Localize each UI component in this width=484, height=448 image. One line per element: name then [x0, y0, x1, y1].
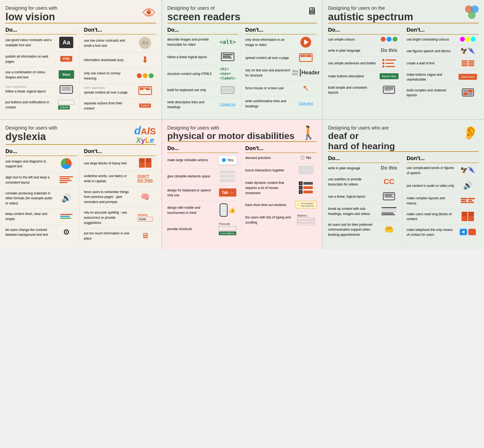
screen-readers-icon: 🖥 [307, 5, 317, 17]
address-form-visual: Address [297, 214, 315, 225]
low-vision-do-header: Do... [5, 27, 77, 35]
item-text: use good colour contrasts and a readable… [5, 38, 52, 47]
item-text: put too much information in one place [84, 231, 129, 240]
list-item: publish all information on web pages HTM… [5, 54, 77, 64]
list-item: underline words, use italics or write in… [84, 173, 156, 183]
list-item: make dynamic content that requires a lot… [245, 180, 317, 195]
autistic-subtitle: Designing for users on the [328, 5, 413, 11]
item-text: use a combination of colour, shapes and … [5, 70, 46, 79]
long-text-visual [462, 212, 474, 221]
dyslexia-do-header: Do... [5, 148, 77, 156]
screen-readers-do-header: Do... [167, 27, 238, 35]
tablet-linear-visual [383, 192, 395, 200]
item-text: underline words, use italics or write in… [84, 174, 127, 183]
item-text: design with mobile and touchscreen in mi… [167, 206, 200, 215]
item-text: make buttons vague and unpredictable [407, 73, 442, 82]
item-text: force users to remember things from prev… [84, 190, 129, 204]
mobile-touch-visual: 👍 [220, 203, 236, 217]
click-link-visual: Click here [299, 102, 313, 105]
dyslexia-input-visual: dyslexia dsyle| [138, 213, 153, 221]
list-item: build simple and consistent layouts [328, 85, 400, 95]
item-text: give clickable elements space [167, 174, 210, 178]
item-text: information downloads bury [84, 58, 124, 62]
item-text: use a linear, logical layout [328, 195, 365, 198]
spread-monitor-visual [138, 86, 152, 95]
physical-dont-header: Don't... [245, 145, 317, 153]
deaf-title: deaf orhard of hearing [328, 131, 395, 151]
item-text: make large clickable actions [167, 158, 208, 162]
list-colored-visual: 1 2 3 [299, 181, 313, 194]
item-text: use low colour contrasts and small a fon… [84, 39, 125, 48]
timeout-msg-visual: ⚠ Your session has timed out [295, 201, 317, 208]
list-item: use a linear, logical layout [328, 192, 400, 200]
list-item: put too much information in one place 🖥 [84, 231, 156, 241]
item-text: describe images and provide transcripts … [167, 38, 209, 47]
list-item: keep content short, clear and simple [5, 211, 77, 221]
list-item: only use colour to convey meaning [84, 71, 156, 81]
list-item: structure content using HTML5 <h1><nav><… [167, 67, 238, 80]
deaf-dont-header: Don't... [407, 155, 479, 163]
item-text: make dynamic content that requires a lot… [245, 181, 284, 195]
submit-alone-visual: Submit [139, 104, 151, 108]
birds-visual: 🦅🌂 [460, 48, 475, 55]
input-submit-visual: Submit [58, 100, 74, 109]
header-demo-visual: 36pt,bold Header [292, 69, 320, 77]
tablet-complex-visual [462, 88, 474, 97]
list-item: use a combination of colour, shapes and … [5, 69, 77, 79]
bright-colors-visual [460, 37, 476, 42]
panel-dyslexia: Designing for users with dyslexia dAIS X… [0, 119, 161, 249]
item-text: rely on accurate spelling - use autocorr… [84, 211, 127, 224]
speaker-grey-visual: 🔊 [463, 181, 473, 190]
main-grid: Designing for users with low vision 👁 Do… [0, 0, 484, 249]
item-text: spread content all over a page [245, 56, 289, 60]
list-item: have short time out windows ⚠ Your sessi… [245, 201, 317, 208]
item-text: consider producing materials in other fo… [5, 191, 52, 205]
download-visual: ⬇ [141, 55, 149, 65]
list-item: describe images and provide transcripts … [167, 37, 238, 47]
item-text: use large blocks of heavy text [84, 161, 127, 165]
list-item: force users to remember things from prev… [84, 189, 156, 204]
panel-autistic: Designing for users on the autistic spec… [323, 0, 484, 119]
item-text: let users change the contrast between ba… [5, 228, 48, 237]
list-item: separate actions from their context Subm… [84, 101, 156, 111]
brightness-visual: ⚙ [63, 228, 70, 237]
heavy-text-visual [139, 158, 151, 168]
cc-visual: CC [383, 177, 394, 186]
item-text: separate actions from their context [84, 101, 122, 110]
list-item: tire users with lots of typing and scrol… [245, 214, 317, 225]
html-visual: HTML [60, 56, 72, 62]
list-item: build complex and cluttered layouts [407, 88, 479, 98]
list-item: make users read long blocks of content [407, 211, 479, 221]
list-item: write uninformative links and headings C… [245, 98, 317, 108]
list-item: make large clickable actions Yes [167, 155, 238, 165]
item-text: use simple colours [328, 38, 355, 41]
dyslexia-title: dyslexia [5, 131, 57, 142]
list-item: demand precision No [245, 155, 317, 160]
list-item: make buttons descriptive Attach files [328, 73, 400, 79]
no-radio-visual: No [301, 155, 311, 160]
item-text: make complex layouts and menus [407, 196, 445, 205]
list-item: use simple sentences and bullets [328, 59, 400, 68]
physical-subtitle: Designing for users with [167, 125, 294, 131]
item-text: use bright contrasting colours [407, 38, 449, 41]
list-item: spread content all over a page [245, 53, 317, 62]
item-text: use figures speech and idioms [407, 49, 450, 53]
linear-monitor-visual [221, 52, 234, 61]
screen-readers-dont-header: Don't... [245, 27, 317, 35]
deaf-do-header: Do... [328, 155, 400, 163]
list-item: use good colour contrasts and a readable… [5, 37, 77, 48]
bullets-visual [382, 59, 396, 68]
list-item: information downloads bury ⬇ [84, 55, 156, 65]
play-btn-visual [300, 37, 311, 48]
list-item: use complicated words or figures of spee… [407, 165, 479, 175]
physical-do-header: Do... [167, 145, 238, 153]
list-item: use subtitles or provide transcripts for… [328, 177, 400, 187]
list-item: use simple colours [328, 37, 400, 42]
item-text: use simple sentences and bullets [328, 61, 376, 65]
content-broken-visual [382, 207, 396, 215]
tablet-simple-visual [383, 86, 395, 94]
list-item: follow a linear logical layout [167, 52, 238, 61]
item-text: follow a linear logical layout [167, 55, 207, 59]
autistic-icon [465, 5, 479, 19]
list-item: give clickable elements space [167, 171, 238, 182]
